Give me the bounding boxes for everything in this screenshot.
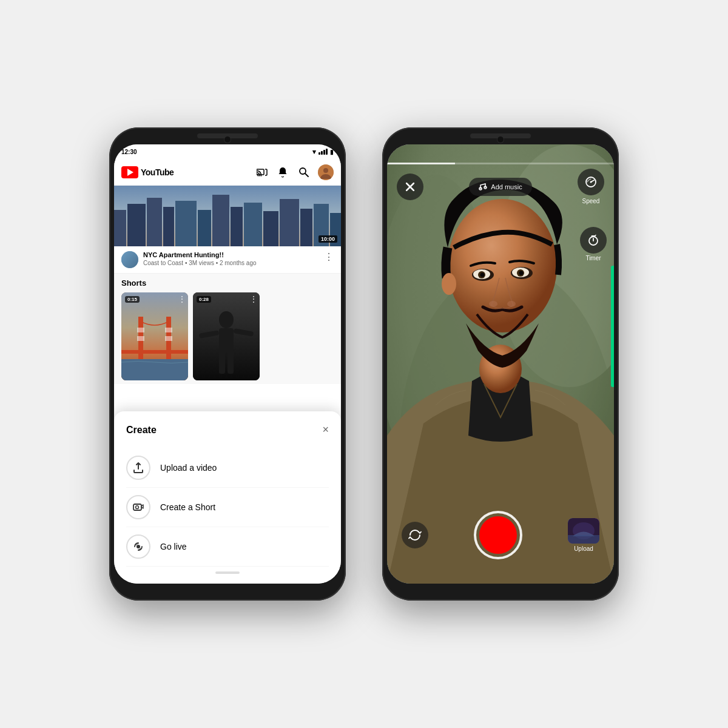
go-live-icon	[126, 534, 150, 559]
youtube-logo-icon	[121, 166, 138, 178]
left-camera	[224, 136, 231, 143]
create-short-icon	[126, 495, 150, 519]
recording-accent-bar	[611, 266, 614, 387]
video-subtitle: Coast to Coast • 3M views • 2 months ago	[143, 260, 319, 266]
svg-point-30	[219, 311, 234, 328]
camera-bottom-controls: Upload	[387, 511, 614, 559]
signal-bar-4	[326, 149, 328, 155]
timer-button[interactable]	[580, 227, 607, 254]
cast-icon[interactable]	[256, 166, 268, 178]
svg-rect-8	[147, 198, 162, 246]
svg-rect-6	[114, 210, 126, 246]
add-music-label: Add music	[491, 183, 522, 190]
svg-rect-14	[244, 203, 262, 246]
channel-avatar	[121, 251, 138, 268]
right-camera	[497, 136, 504, 143]
modal-close-button[interactable]: ×	[322, 423, 329, 436]
svg-rect-16	[280, 199, 299, 246]
svg-point-55	[442, 273, 456, 295]
svg-point-61	[590, 181, 592, 183]
upload-thumbnail[interactable]	[568, 518, 599, 544]
flip-camera-button[interactable]	[402, 522, 428, 548]
svg-rect-35	[228, 351, 234, 374]
modal-header: Create ×	[126, 423, 329, 436]
signal-bar-1	[318, 152, 320, 155]
camera-screen: Add music Speed	[387, 144, 614, 584]
svg-rect-7	[127, 204, 146, 246]
record-button-outer[interactable]	[474, 511, 522, 559]
svg-point-51	[480, 273, 485, 277]
create-modal: Create × Upload a video	[114, 411, 341, 584]
short-thumb-1[interactable]: 0:15 ⋮	[121, 292, 188, 380]
shorts-section: Shorts	[114, 274, 341, 384]
shorts-row: 0:15 ⋮	[121, 292, 334, 380]
channel-avatar-img	[121, 251, 138, 268]
video-thumbnail[interactable]: 10:00	[114, 186, 341, 246]
battery-icon: ▮	[330, 149, 334, 155]
short-1-duration: 0:15	[125, 296, 140, 303]
left-phone: 12:30 ▾ ▮ Yo	[109, 127, 346, 601]
svg-rect-25	[137, 328, 144, 332]
svg-line-2	[305, 174, 308, 177]
modal-drag-handle	[215, 571, 240, 574]
speed-button[interactable]	[578, 169, 604, 195]
svg-rect-13	[231, 207, 243, 246]
svg-point-44	[448, 199, 557, 332]
svg-rect-28	[165, 336, 172, 341]
upload-video-item[interactable]: Upload a video	[126, 448, 329, 488]
record-button-inner[interactable]	[479, 516, 517, 554]
svg-point-37	[136, 506, 139, 509]
video-meta: NYC Apartment Hunting!! Coast to Coast •…	[143, 251, 319, 266]
go-live-item[interactable]: Go live	[126, 527, 329, 567]
user-avatar[interactable]	[318, 164, 334, 180]
status-time: 12:30	[121, 149, 137, 155]
video-duration: 10:00	[318, 235, 337, 243]
short-2-more[interactable]: ⋮	[250, 295, 257, 303]
status-icons: ▾ ▮	[312, 148, 334, 156]
camera-close-button[interactable]	[397, 174, 423, 200]
svg-point-53	[489, 301, 497, 307]
status-bar: 12:30 ▾ ▮	[114, 144, 341, 159]
svg-rect-10	[175, 201, 197, 246]
wifi-icon: ▾	[312, 148, 316, 156]
notifications-icon[interactable]	[277, 166, 289, 178]
timer-label: Timer	[585, 255, 601, 261]
short-1-more[interactable]: ⋮	[178, 295, 186, 303]
search-icon[interactable]	[297, 166, 309, 178]
youtube-logo-text: YouTube	[141, 167, 174, 177]
youtube-screen: 12:30 ▾ ▮ Yo	[114, 144, 341, 584]
svg-point-4	[323, 168, 328, 173]
short-2-duration: 0:28	[197, 296, 211, 303]
svg-rect-11	[198, 210, 211, 246]
timer-control[interactable]: Timer	[580, 227, 607, 261]
right-phone: Add music Speed	[382, 127, 619, 601]
svg-rect-27	[137, 336, 144, 341]
header-icons	[256, 164, 334, 180]
svg-rect-9	[163, 207, 174, 246]
upload-video-label: Upload a video	[160, 463, 217, 473]
signal-bars	[318, 149, 328, 155]
add-music-button[interactable]: Add music	[469, 178, 531, 196]
go-live-label: Go live	[160, 542, 187, 551]
create-short-label: Create a Short	[160, 502, 215, 512]
svg-rect-23	[121, 350, 188, 354]
video-info: NYC Apartment Hunting!! Coast to Coast •…	[114, 246, 341, 274]
youtube-logo: YouTube	[121, 166, 251, 178]
svg-rect-65	[568, 535, 599, 544]
signal-bar-3	[323, 150, 325, 155]
create-short-item[interactable]: Create a Short	[126, 488, 329, 527]
svg-point-38	[136, 545, 140, 548]
svg-rect-31	[219, 328, 234, 352]
modal-title: Create	[126, 425, 157, 436]
left-screen: 12:30 ▾ ▮ Yo	[114, 144, 341, 584]
recording-progress-fill	[387, 163, 455, 164]
recording-progress-bar	[387, 163, 614, 164]
youtube-play-triangle	[127, 169, 133, 176]
svg-rect-17	[300, 209, 312, 246]
svg-rect-15	[263, 211, 278, 246]
svg-point-52	[519, 271, 524, 275]
svg-rect-26	[165, 328, 172, 332]
upload-section: Upload	[568, 518, 599, 552]
short-thumb-2[interactable]: 0:28 ⋮	[193, 292, 260, 380]
more-options-icon[interactable]: ⋮	[324, 251, 334, 263]
